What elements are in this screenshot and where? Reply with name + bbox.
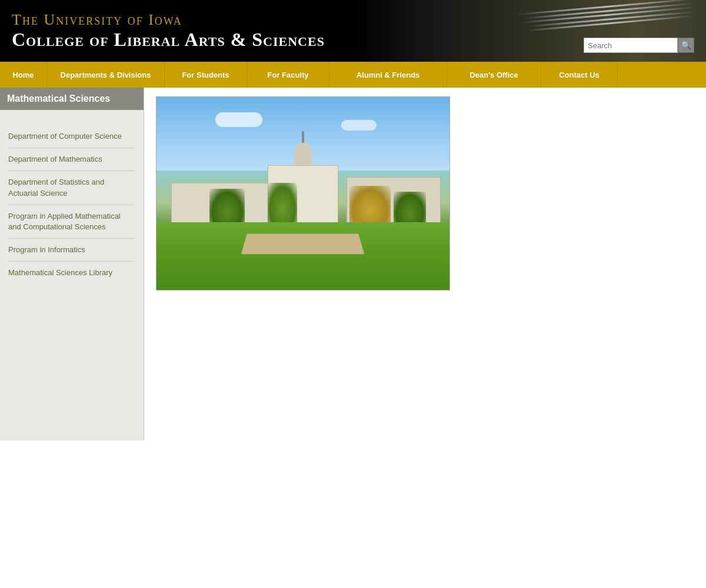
nav-item-faculty[interactable]: For Faculty [247,62,329,88]
header: The University of Iowa College of Libera… [0,0,706,62]
sidebar-link-statistics[interactable]: Department of Statistics and Actuarial S… [0,173,144,202]
navigation: Home Departments & Divisions For Student… [0,62,706,88]
search-button[interactable]: 🔍 [678,38,694,53]
nav-item-deans[interactable]: Dean's Office [447,62,541,88]
sidebar-divider-1 [8,148,135,148]
nav-item-contact[interactable]: Contact Us [541,62,618,88]
sidebar-link-mathematics[interactable]: Department of Mathematics [0,151,144,168]
nav-item-home[interactable]: Home [0,62,47,88]
sidebar-link-computer-science[interactable]: Department of Computer Science [0,128,144,145]
sidebar: Mathematical Sciences Department of Comp… [0,88,144,440]
sidebar-divider-3 [8,205,135,205]
sidebar-spacer [0,116,144,128]
path [241,233,365,254]
building-dome-top [302,131,304,143]
main-content: Mathematical Sciences Department of Comp… [0,88,706,440]
university-name: The University of Iowa [12,11,325,29]
lawn [156,222,449,290]
sidebar-link-applied-math[interactable]: Program in Applied Mathematical and Comp… [0,208,144,236]
building-dome [294,142,312,165]
search-area: 🔍 [584,38,694,53]
cloud-1 [215,112,262,127]
nav-item-students[interactable]: For Students [165,62,247,88]
college-name: College of Liberal Arts & Sciences [12,29,325,51]
sidebar-link-library[interactable]: Mathematical Sciences Library [0,264,144,282]
sidebar-divider-4 [8,238,135,239]
search-input[interactable] [584,38,678,53]
cloud-2 [341,120,377,131]
content-area [144,88,706,440]
sidebar-divider-5 [8,261,135,262]
sidebar-divider-2 [8,171,135,171]
sidebar-title: Mathematical Sciences [0,88,144,110]
campus-image [156,96,450,290]
nav-item-departments[interactable]: Departments & Divisions [47,62,165,88]
sidebar-link-informatics[interactable]: Program in Informatics [0,241,144,259]
header-title: The University of Iowa College of Libera… [12,11,325,51]
search-icon: 🔍 [681,41,691,50]
nav-item-alumni[interactable]: Alumni & Friends [329,62,447,88]
